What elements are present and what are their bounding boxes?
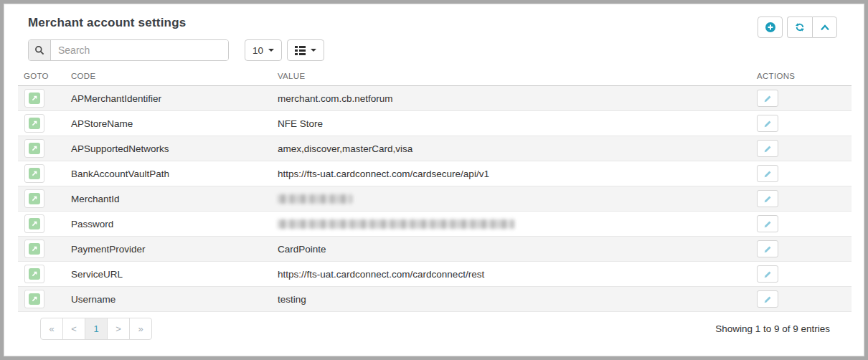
cell-code: Password xyxy=(65,212,272,237)
goto-arrow-icon xyxy=(29,243,40,255)
table-row: PaymentProvider CardPointe xyxy=(18,237,852,262)
panel-control-group xyxy=(787,16,837,38)
edit-button[interactable] xyxy=(757,165,778,182)
goto-arrow-icon xyxy=(29,218,40,229)
cell-code: ServiceURL xyxy=(65,262,272,287)
goto-button[interactable] xyxy=(24,240,44,258)
header-value: VALUE xyxy=(272,70,751,86)
entries-summary: Showing 1 to 9 of 9 entries xyxy=(715,323,830,334)
table-toolbar: 10 xyxy=(28,39,864,61)
edit-button[interactable] xyxy=(757,215,778,232)
edit-pencil-icon xyxy=(763,219,773,229)
redacted-value xyxy=(278,194,352,204)
cell-value xyxy=(272,186,751,212)
cell-value: testing xyxy=(272,287,751,312)
edit-pencil-icon xyxy=(763,119,773,128)
collapse-button[interactable] xyxy=(812,16,837,38)
edit-button[interactable] xyxy=(757,190,778,207)
cell-value: NFE Store xyxy=(272,111,751,136)
cell-value xyxy=(272,212,751,237)
pagination-prev-button[interactable]: < xyxy=(62,318,85,340)
pagination-next-button[interactable]: > xyxy=(107,318,130,340)
goto-arrow-icon xyxy=(29,118,40,129)
window-frame: Merchant account settings xyxy=(0,0,868,360)
edit-pencil-icon xyxy=(763,144,773,153)
cell-code: BankAccountVaultPath xyxy=(65,161,272,186)
pagination-last-button[interactable]: » xyxy=(129,318,152,340)
panel-toolbar-right xyxy=(758,16,837,38)
cell-code: APStoreName xyxy=(65,111,272,136)
edit-pencil-icon xyxy=(763,169,773,179)
edit-button[interactable] xyxy=(757,115,778,132)
cell-value: CardPointe xyxy=(272,237,751,262)
header-goto: GOTO xyxy=(18,70,65,86)
cell-value: https://fts-uat.cardconnect.com/cardconn… xyxy=(272,262,751,287)
page-size-value: 10 xyxy=(253,45,263,56)
goto-button[interactable] xyxy=(24,189,44,208)
page-size-dropdown[interactable]: 10 xyxy=(245,39,282,61)
caret-down-icon xyxy=(268,49,274,52)
search-input[interactable] xyxy=(51,40,228,60)
goto-button[interactable] xyxy=(24,214,44,233)
edit-button[interactable] xyxy=(757,90,778,107)
goto-arrow-icon xyxy=(29,193,40,204)
edit-button[interactable] xyxy=(757,265,778,283)
cell-code: PaymentProvider xyxy=(65,237,272,262)
refresh-button[interactable] xyxy=(787,16,812,38)
settings-table: GOTO CODE VALUE ACTIONS APMerchantIdenti… xyxy=(18,70,852,312)
table-row: APSupportedNetworks amex,discover,master… xyxy=(18,136,852,161)
table-header-row: GOTO CODE VALUE ACTIONS xyxy=(18,70,852,86)
table-row: APStoreName NFE Store xyxy=(18,111,852,136)
goto-arrow-icon xyxy=(29,93,40,104)
cell-code: APSupportedNetworks xyxy=(65,136,272,161)
search-addon xyxy=(29,40,51,60)
edit-button[interactable] xyxy=(757,290,778,308)
plus-circle-icon xyxy=(765,22,776,33)
cell-value: https://fts-uat.cardconnect.com/cardsecu… xyxy=(272,161,751,186)
caret-down-icon xyxy=(311,49,316,52)
pagination-first-button[interactable]: « xyxy=(40,318,63,340)
edit-button[interactable] xyxy=(757,140,778,157)
chevron-up-icon xyxy=(820,24,830,32)
cell-code: Username xyxy=(65,287,272,312)
table-row: Username testing xyxy=(18,287,852,312)
table-footer: « < 1 > » Showing 1 to 9 of 9 entries xyxy=(40,318,830,340)
cell-value: amex,discover,masterCard,visa xyxy=(272,136,751,161)
cell-value: merchant.com.cb.netforum xyxy=(272,86,751,111)
table-row: APMerchantIdentifier merchant.com.cb.net… xyxy=(18,86,852,111)
goto-button[interactable] xyxy=(24,265,44,283)
goto-button[interactable] xyxy=(24,290,44,308)
goto-arrow-icon xyxy=(29,293,40,305)
pagination-page-1-button[interactable]: 1 xyxy=(85,318,108,340)
cell-code: APMerchantIdentifier xyxy=(65,86,272,111)
edit-pencil-icon xyxy=(763,194,773,204)
goto-button[interactable] xyxy=(24,139,44,158)
refresh-icon xyxy=(795,22,805,32)
table-row: Password xyxy=(18,212,852,237)
goto-arrow-icon xyxy=(29,168,40,179)
goto-button[interactable] xyxy=(24,89,44,108)
search-group xyxy=(28,39,229,61)
merchant-settings-panel: Merchant account settings xyxy=(4,4,864,356)
redacted-value xyxy=(278,219,514,229)
edit-pencil-icon xyxy=(763,245,773,254)
edit-pencil-icon xyxy=(763,270,773,279)
table-row: ServiceURL https://fts-uat.cardconnect.c… xyxy=(18,262,852,287)
list-icon xyxy=(295,46,306,55)
pagination: « < 1 > » xyxy=(40,318,152,340)
add-button[interactable] xyxy=(758,16,783,38)
goto-button[interactable] xyxy=(24,164,44,183)
edit-pencil-icon xyxy=(763,295,773,304)
goto-arrow-icon xyxy=(29,268,40,280)
edit-pencil-icon xyxy=(763,94,773,103)
table-row: BankAccountVaultPath https://fts-uat.car… xyxy=(18,161,852,186)
columns-dropdown[interactable] xyxy=(287,39,324,61)
goto-button[interactable] xyxy=(24,114,44,133)
table-row: MerchantId xyxy=(18,186,852,212)
edit-button[interactable] xyxy=(757,240,778,257)
header-actions: ACTIONS xyxy=(751,70,852,86)
page-title: Merchant account settings xyxy=(28,16,864,30)
goto-arrow-icon xyxy=(29,143,40,154)
cell-code: MerchantId xyxy=(65,186,272,212)
header-code: CODE xyxy=(65,70,272,86)
